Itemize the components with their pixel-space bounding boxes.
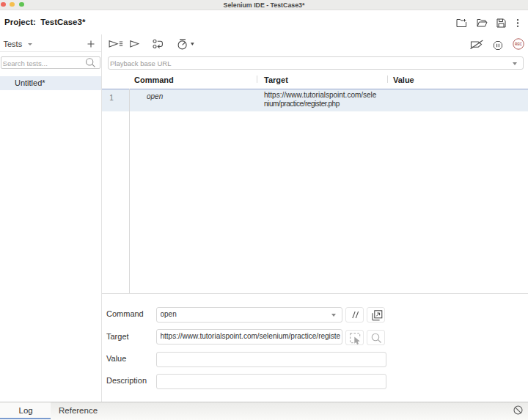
svg-text:REC: REC [515, 43, 523, 46]
